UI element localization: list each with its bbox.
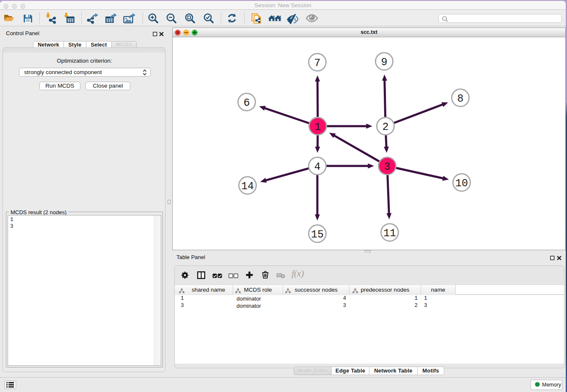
svg-text:7: 7: [314, 57, 320, 69]
svg-text:2: 2: [382, 121, 388, 133]
svg-text:9: 9: [381, 56, 387, 69]
svg-text:8: 8: [457, 93, 463, 105]
svg-text:11: 11: [383, 227, 396, 240]
svg-text:15: 15: [311, 229, 324, 241]
svg-text:10: 10: [455, 177, 468, 190]
svg-text:6: 6: [243, 97, 250, 109]
svg-text:1: 1: [314, 121, 321, 133]
svg-text:3: 3: [384, 161, 390, 173]
svg-text:14: 14: [241, 180, 254, 193]
svg-text:4: 4: [314, 161, 320, 173]
